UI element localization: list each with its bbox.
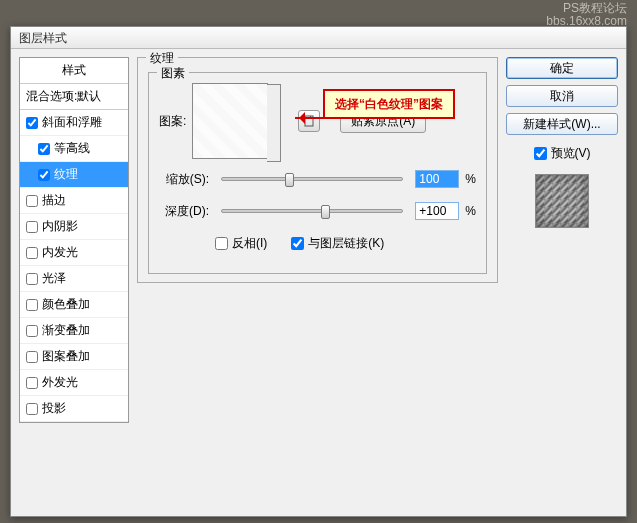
layer-style-dialog: 图层样式 选择“白色纹理”图案 样式 混合选项:默认 斜面和浮雕等高线纹理描边内… bbox=[10, 26, 627, 517]
percent-label: % bbox=[465, 172, 476, 186]
pattern-label: 图案: bbox=[159, 113, 186, 130]
style-checkbox[interactable] bbox=[26, 403, 38, 415]
style-item-图案叠加[interactable]: 图案叠加 bbox=[20, 344, 128, 370]
style-checkbox[interactable] bbox=[38, 143, 50, 155]
style-item-label: 内发光 bbox=[42, 244, 78, 261]
new-style-button[interactable]: 新建样式(W)... bbox=[506, 113, 618, 135]
blending-options-item[interactable]: 混合选项:默认 bbox=[20, 84, 128, 110]
invert-check-input[interactable] bbox=[215, 237, 228, 250]
style-checkbox[interactable] bbox=[26, 117, 38, 129]
preview-checkbox[interactable]: 预览(V) bbox=[506, 145, 618, 162]
style-item-label: 描边 bbox=[42, 192, 66, 209]
style-item-label: 渐变叠加 bbox=[42, 322, 90, 339]
cancel-button[interactable]: 取消 bbox=[506, 85, 618, 107]
callout-text: 选择“白色纹理”图案 bbox=[335, 97, 443, 111]
style-item-等高线[interactable]: 等高线 bbox=[20, 136, 128, 162]
depth-label: 深度(D): bbox=[159, 203, 209, 220]
dialog-title: 图层样式 bbox=[19, 31, 67, 45]
style-item-投影[interactable]: 投影 bbox=[20, 396, 128, 422]
ok-button[interactable]: 确定 bbox=[506, 57, 618, 79]
style-item-label: 投影 bbox=[42, 400, 66, 417]
style-item-外发光[interactable]: 外发光 bbox=[20, 370, 128, 396]
style-checkbox[interactable] bbox=[26, 299, 38, 311]
style-item-描边[interactable]: 描边 bbox=[20, 188, 128, 214]
annotation-callout: 选择“白色纹理”图案 bbox=[323, 89, 455, 119]
style-item-内发光[interactable]: 内发光 bbox=[20, 240, 128, 266]
pattern-picker[interactable]: ▼ bbox=[192, 83, 268, 159]
style-item-label: 图案叠加 bbox=[42, 348, 90, 365]
style-checkbox[interactable] bbox=[26, 247, 38, 259]
percent-label-2: % bbox=[465, 204, 476, 218]
depth-slider[interactable] bbox=[221, 209, 403, 213]
style-checkbox[interactable] bbox=[26, 325, 38, 337]
style-item-斜面和浮雕[interactable]: 斜面和浮雕 bbox=[20, 110, 128, 136]
style-checkbox[interactable] bbox=[26, 221, 38, 233]
style-checkbox[interactable] bbox=[26, 377, 38, 389]
preview-thumbnail bbox=[535, 174, 589, 228]
style-item-光泽[interactable]: 光泽 bbox=[20, 266, 128, 292]
style-checkbox[interactable] bbox=[26, 195, 38, 207]
style-item-label: 斜面和浮雕 bbox=[42, 114, 102, 131]
style-checkbox[interactable] bbox=[26, 351, 38, 363]
style-item-label: 光泽 bbox=[42, 270, 66, 287]
style-item-label: 外发光 bbox=[42, 374, 78, 391]
style-checkbox[interactable] bbox=[26, 273, 38, 285]
styles-list-panel: 样式 混合选项:默认 斜面和浮雕等高线纹理描边内阴影内发光光泽颜色叠加渐变叠加图… bbox=[19, 57, 129, 423]
invert-checkbox[interactable]: 反相(I) bbox=[215, 235, 267, 252]
preview-check-input[interactable] bbox=[534, 147, 547, 160]
styles-header[interactable]: 样式 bbox=[20, 58, 128, 84]
chevron-down-icon[interactable]: ▼ bbox=[269, 116, 278, 126]
style-item-颜色叠加[interactable]: 颜色叠加 bbox=[20, 292, 128, 318]
link-layer-checkbox[interactable]: 与图层链接(K) bbox=[291, 235, 384, 252]
style-item-label: 内阴影 bbox=[42, 218, 78, 235]
element-group-label: 图素 bbox=[157, 65, 189, 82]
style-item-渐变叠加[interactable]: 渐变叠加 bbox=[20, 318, 128, 344]
callout-arrow-icon bbox=[295, 117, 327, 119]
style-item-label: 颜色叠加 bbox=[42, 296, 90, 313]
depth-input[interactable] bbox=[415, 202, 459, 220]
style-item-纹理[interactable]: 纹理 bbox=[20, 162, 128, 188]
style-checkbox[interactable] bbox=[38, 169, 50, 181]
scale-slider[interactable] bbox=[221, 177, 403, 181]
style-item-label: 纹理 bbox=[54, 166, 78, 183]
link-check-input[interactable] bbox=[291, 237, 304, 250]
style-item-内阴影[interactable]: 内阴影 bbox=[20, 214, 128, 240]
scale-label: 缩放(S): bbox=[159, 171, 209, 188]
style-item-label: 等高线 bbox=[54, 140, 90, 157]
action-panel: 确定 取消 新建样式(W)... 预览(V) bbox=[506, 57, 618, 423]
title-bar[interactable]: 图层样式 bbox=[11, 27, 626, 49]
watermark: PS教程论坛 bbs.16xx8.com bbox=[546, 2, 627, 28]
scale-input[interactable] bbox=[415, 170, 459, 188]
